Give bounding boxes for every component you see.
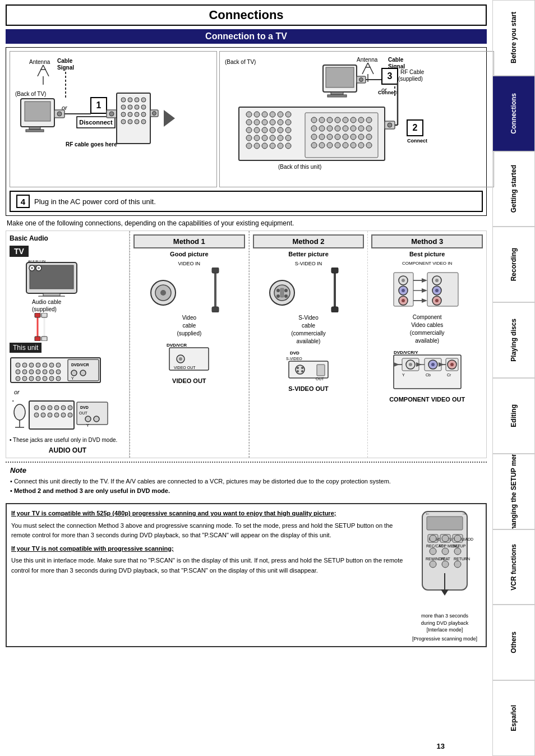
svg-marker-301	[441, 589, 449, 596]
svg-point-252	[435, 289, 439, 292]
method1-header: Method 1	[133, 234, 245, 248]
svg-point-241	[402, 299, 405, 302]
diagram-right: (Back of TV) Antenna Cable Signal or	[219, 51, 494, 187]
method3-cable-label: ComponentVideo cables(commerciallyavaila…	[371, 314, 483, 345]
svg-point-194	[48, 413, 52, 417]
svg-text:RETURN: RETURN	[454, 557, 470, 561]
svg-point-35	[141, 112, 146, 117]
tv-drawing: AUDIO IN	[10, 260, 110, 297]
video-out-label: VIDEO OUT	[133, 377, 245, 384]
note-bullet-2: • Method 2 and method 3 are only useful …	[10, 486, 482, 496]
svg-line-47	[368, 63, 373, 74]
svg-text:SETUP: SETUP	[453, 544, 466, 548]
svg-point-94	[262, 143, 268, 149]
video-in-label: VIDEO IN	[133, 261, 245, 266]
method2-cable-svg	[310, 268, 360, 312]
second-unit-drawing: • DVD OUT	[10, 397, 122, 433]
svg-point-76	[262, 119, 268, 125]
svg-point-202	[94, 416, 99, 422]
svg-point-146	[31, 267, 33, 269]
svg-point-219	[276, 294, 280, 298]
sidebar-before-you-start[interactable]: Before you start	[492, 0, 535, 76]
svg-point-195	[54, 413, 59, 417]
svg-text:Connect: Connect	[407, 138, 427, 144]
svg-point-230	[301, 367, 303, 369]
more-than-3-label: more than 3 secondsduring DVD playback[I…	[408, 612, 481, 634]
svg-point-75	[254, 119, 260, 125]
svg-point-71	[270, 112, 275, 117]
svg-rect-57	[328, 95, 347, 97]
prog-text: If your TV is compatible with 525p (480p…	[11, 509, 404, 642]
svg-point-24	[121, 98, 126, 102]
svg-point-83	[270, 127, 275, 133]
svg-point-206	[160, 290, 166, 296]
svg-point-90	[278, 135, 283, 141]
svg-text:Connect: Connect	[378, 90, 398, 95]
svg-text:3: 3	[388, 71, 393, 81]
sidebar-editing[interactable]: Editing	[492, 378, 535, 454]
svg-point-110	[335, 126, 340, 131]
svg-point-124	[319, 142, 325, 148]
sidebar-vcr-functions[interactable]: VCR functions	[492, 529, 535, 605]
svg-point-191	[68, 405, 72, 410]
method3-tv-svg	[391, 267, 464, 312]
right-sidebar: Before you start Connections Getting sta…	[492, 0, 535, 756]
cable-label: Audio cable (supplied)	[32, 298, 126, 313]
sidebar-changing-setup[interactable]: Changing the SETUP menu	[492, 454, 535, 529]
svg-point-85	[285, 127, 291, 133]
svg-text:DVD/VCR: DVD/VCR	[167, 343, 187, 348]
svg-point-125	[327, 142, 333, 148]
right-diagram-svg: (Back of TV) Antenna Cable Signal or	[222, 54, 491, 183]
sidebar-espanol[interactable]: Español	[492, 680, 535, 756]
svg-point-181	[14, 404, 25, 420]
svg-point-122	[366, 134, 372, 140]
svg-point-69	[254, 112, 260, 117]
progressive-mode-label: [Progressive scanning mode]	[408, 636, 481, 642]
svg-point-99	[311, 117, 317, 123]
svg-rect-248	[427, 273, 458, 306]
svg-text:OUT: OUT	[316, 377, 325, 381]
svg-point-101	[327, 117, 333, 123]
svg-rect-56	[331, 92, 343, 95]
sidebar-connections[interactable]: Connections	[492, 76, 535, 151]
svg-rect-223	[331, 268, 338, 273]
svg-point-126	[335, 142, 340, 148]
method1-cable-svg	[190, 268, 241, 312]
svg-rect-10	[25, 102, 50, 121]
sidebar-playing-discs[interactable]: Playing discs	[492, 302, 535, 378]
svg-point-163	[22, 370, 27, 374]
svg-point-165	[36, 370, 40, 374]
svg-point-82	[262, 127, 268, 133]
svg-point-96	[278, 143, 283, 149]
component-video-out-label: COMPONENT VIDEO OUT	[371, 396, 483, 403]
or-label: or	[14, 389, 126, 395]
svg-rect-209	[212, 307, 219, 312]
svg-point-105	[358, 117, 364, 123]
svg-point-32	[121, 112, 126, 117]
svg-point-286	[442, 535, 449, 542]
svg-point-31	[141, 105, 146, 109]
svg-point-119	[343, 134, 348, 140]
svg-point-129	[358, 142, 364, 148]
svg-point-106	[366, 117, 372, 123]
svg-text:→: →	[462, 511, 467, 517]
svg-text:AUDIO IN: AUDIO IN	[28, 260, 45, 263]
svg-rect-55	[326, 67, 354, 87]
this-unit-drawing: DVD/VCR Y	[10, 355, 122, 386]
s-video-out-label: S-VIDEO OUT	[253, 385, 365, 392]
svg-rect-153	[41, 336, 47, 341]
note-section: Note • Connect this unit directly to the…	[6, 462, 487, 499]
svg-rect-152	[35, 336, 40, 341]
svg-point-88	[262, 135, 268, 141]
svg-point-115	[311, 134, 317, 140]
sidebar-label-connections: Connections	[509, 89, 519, 139]
sidebar-recording[interactable]: Recording	[492, 227, 535, 302]
sidebar-others[interactable]: Others	[492, 605, 535, 680]
svg-text:Cb: Cb	[426, 373, 431, 377]
method2-cable-label: S-Videocable(commerciallyavailable)	[253, 314, 365, 345]
sidebar-getting-started[interactable]: Getting started	[492, 151, 535, 227]
svg-point-132	[388, 123, 392, 127]
sidebar-label-before-you-start: Before you start	[509, 7, 519, 68]
svg-point-239	[402, 289, 405, 292]
svg-point-295	[442, 561, 449, 568]
